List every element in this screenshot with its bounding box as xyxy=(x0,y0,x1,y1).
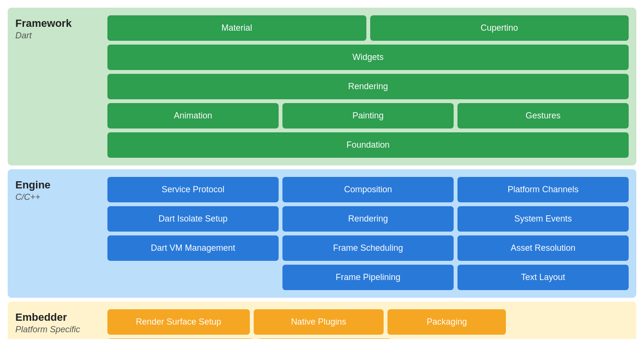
framework-sublabel: Dart xyxy=(15,31,102,41)
framework-cupertino: Cupertino xyxy=(370,15,629,41)
engine-dart-vm: Dart VM Management xyxy=(107,235,279,261)
embedder-sublabel: Platform Specific xyxy=(15,325,102,335)
framework-widgets: Widgets xyxy=(107,45,629,70)
framework-row-4: Animation Painting Gestures xyxy=(107,103,629,129)
embedder-render-surface: Render Surface Setup xyxy=(107,309,250,335)
framework-animation: Animation xyxy=(107,103,279,129)
framework-material: Material xyxy=(107,15,366,41)
embedder-title: Embedder xyxy=(15,311,102,324)
engine-service-protocol: Service Protocol xyxy=(107,177,279,202)
engine-system-events: System Events xyxy=(457,206,629,232)
embedder-empty-1 xyxy=(510,309,629,335)
engine-row-4: Frame Pipelining Text Layout xyxy=(107,265,629,290)
embedder-content: Render Surface Setup Native Plugins Pack… xyxy=(107,309,629,339)
embedder-label: Embedder Platform Specific xyxy=(15,309,102,339)
framework-title: Framework xyxy=(15,17,102,30)
embedder-packaging: Packaging xyxy=(387,309,506,335)
embedder-section: Embedder Platform Specific Render Surfac… xyxy=(8,302,636,339)
engine-content: Service Protocol Composition Platform Ch… xyxy=(107,177,629,290)
engine-platform-channels: Platform Channels xyxy=(457,177,629,202)
engine-empty-cell xyxy=(107,265,279,290)
framework-section: Framework Dart Material Cupertino Widget… xyxy=(8,8,636,165)
framework-row-1: Material Cupertino xyxy=(107,15,629,41)
engine-row-1: Service Protocol Composition Platform Ch… xyxy=(107,177,629,202)
engine-section: Engine C/C++ Service Protocol Compositio… xyxy=(8,169,636,298)
framework-content: Material Cupertino Widgets Rendering Ani… xyxy=(107,15,629,158)
embedder-native-plugins: Native Plugins xyxy=(254,309,384,335)
engine-composition: Composition xyxy=(282,177,454,202)
engine-rendering: Rendering xyxy=(282,206,454,232)
framework-label: Framework Dart xyxy=(15,15,102,158)
framework-row-5: Foundation xyxy=(107,132,629,158)
engine-asset-resolution: Asset Resolution xyxy=(457,235,629,261)
engine-frame-pipelining: Frame Pipelining xyxy=(282,265,454,290)
engine-label: Engine C/C++ xyxy=(15,177,102,290)
framework-row-3: Rendering xyxy=(107,74,629,99)
framework-painting: Painting xyxy=(282,103,454,129)
engine-sublabel: C/C++ xyxy=(15,192,102,202)
framework-rendering: Rendering xyxy=(107,74,629,99)
engine-title: Engine xyxy=(15,179,102,191)
embedder-row-1: Render Surface Setup Native Plugins Pack… xyxy=(107,309,629,335)
engine-row-3: Dart VM Management Frame Scheduling Asse… xyxy=(107,235,629,261)
framework-foundation: Foundation xyxy=(107,132,629,158)
framework-row-2: Widgets xyxy=(107,45,629,70)
engine-text-layout: Text Layout xyxy=(457,265,629,290)
framework-gestures: Gestures xyxy=(457,103,629,129)
engine-dart-isolate: Dart Isolate Setup xyxy=(107,206,279,232)
engine-row-2: Dart Isolate Setup Rendering System Even… xyxy=(107,206,629,232)
engine-frame-scheduling: Frame Scheduling xyxy=(282,235,454,261)
